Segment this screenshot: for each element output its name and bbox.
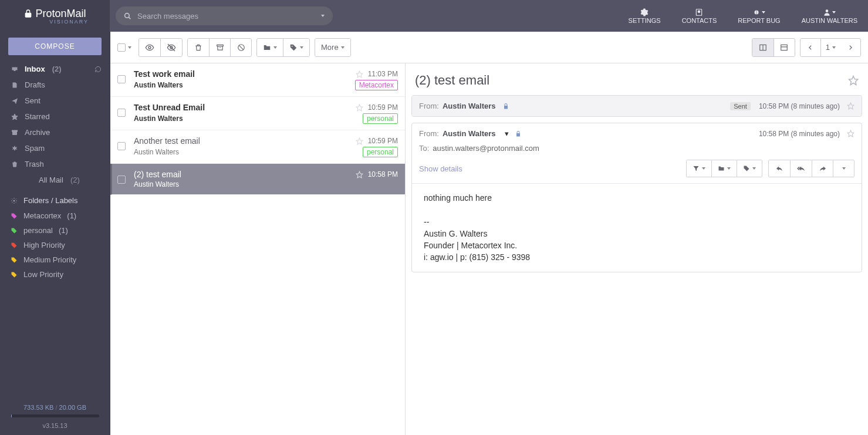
label-item-high-priority[interactable]: High Priority <box>0 238 110 252</box>
row-checkbox[interactable] <box>117 109 126 117</box>
conv-time: 10:58 PM (8 minutes ago) <box>759 130 840 138</box>
forward-button[interactable] <box>812 160 833 177</box>
layout-columns-icon <box>759 43 767 52</box>
delete-button[interactable] <box>188 39 209 56</box>
label-item-personal[interactable]: personal(1) <box>0 223 110 238</box>
add-label-button[interactable] <box>283 39 309 56</box>
sidebar-item-trash[interactable]: Trash <box>0 156 110 172</box>
refresh-icon[interactable] <box>94 66 102 73</box>
label-item-medium-priority[interactable]: Medium Priority <box>0 252 110 267</box>
archive-icon <box>216 43 224 52</box>
allmail-icon <box>25 176 33 184</box>
sidebar-item-sent[interactable]: Sent <box>0 93 110 109</box>
tag-icon <box>743 165 750 172</box>
label-pill: Metacortex <box>355 80 398 90</box>
sidebar-item-starred[interactable]: Starred <box>0 109 110 124</box>
sidebar-item-spam[interactable]: Spam <box>0 140 110 156</box>
page-indicator[interactable]: 1 <box>820 39 840 56</box>
folder-button[interactable] <box>711 160 737 177</box>
folder-label: Sent <box>25 96 40 105</box>
more-actions-button[interactable] <box>833 160 854 177</box>
star-icon[interactable] <box>356 171 363 178</box>
search-input[interactable] <box>137 12 315 21</box>
conv-header[interactable]: From: Austin Walters ▾10:58 PM (8 minute… <box>412 123 862 144</box>
label-item-metacortex[interactable]: Metacortex(1) <box>0 208 110 223</box>
prev-page-button[interactable] <box>801 39 820 56</box>
sidebar-item-allmail[interactable]: All Mail(2) <box>0 172 110 188</box>
row-checkbox[interactable] <box>117 142 126 150</box>
move-to-folder-button[interactable] <box>257 39 283 56</box>
svg-marker-7 <box>12 114 18 120</box>
folders-labels-heading[interactable]: Folders / Labels <box>0 188 110 208</box>
folder-label: Drafts <box>25 80 45 89</box>
sidebar-item-inbox[interactable]: Inbox(2) <box>0 61 110 77</box>
star-icon[interactable] <box>847 102 855 110</box>
star-icon[interactable] <box>356 137 363 145</box>
tag-icon <box>11 213 18 220</box>
chevron-down-icon[interactable] <box>128 46 131 49</box>
mark-unread-button[interactable] <box>160 39 182 56</box>
storage-total: 20.00 GB <box>59 404 86 411</box>
tag-button[interactable] <box>737 160 762 177</box>
reply-icon <box>775 165 783 172</box>
select-all-checkbox[interactable] <box>117 43 126 52</box>
eye-icon <box>145 43 154 52</box>
row-checkbox[interactable] <box>117 176 126 184</box>
message-list[interactable]: Test work email11:03 PMAustin WaltersMet… <box>110 63 406 435</box>
storage-bar <box>11 414 99 417</box>
folder-label: Archive <box>25 128 50 137</box>
message-row[interactable]: Another test email10:59 PMAustin Walters… <box>110 130 405 164</box>
select-all[interactable] <box>117 43 131 52</box>
star-outline-icon[interactable] <box>848 75 859 86</box>
from-label: From: <box>419 129 439 138</box>
header-bar: ProtonMail VISIONARY SETTINGS CONTACTS R… <box>0 0 868 32</box>
message-subject: Test Unread Email <box>134 103 351 112</box>
expand-icon[interactable]: ▾ <box>505 129 509 138</box>
label-pill: personal <box>363 147 398 157</box>
row-checkbox[interactable] <box>117 75 126 83</box>
svg-rect-8 <box>12 130 18 131</box>
folder-label: All Mail <box>39 176 63 184</box>
logo[interactable]: ProtonMail VISIONARY <box>0 0 110 32</box>
label-pill: personal <box>363 113 398 124</box>
filter-icon <box>693 165 700 172</box>
show-details-link[interactable]: Show details <box>419 164 680 173</box>
compose-button[interactable]: COMPOSE <box>8 38 102 55</box>
folder-icon <box>718 165 725 172</box>
sent-icon <box>11 97 19 105</box>
search-dropdown-icon[interactable] <box>321 15 325 17</box>
label-item-low-priority[interactable]: Low Priority <box>0 267 110 282</box>
label-name: Medium Priority <box>23 255 76 264</box>
layout-rows-button[interactable] <box>774 39 795 56</box>
settings-button[interactable]: SETTINGS <box>618 8 671 24</box>
message-row[interactable]: (2) test email10:58 PMAustin Walters <box>110 164 405 195</box>
reply-button[interactable] <box>769 160 790 177</box>
star-icon[interactable] <box>847 130 855 137</box>
mark-read-button[interactable] <box>139 39 160 56</box>
reply-all-button[interactable] <box>790 160 812 177</box>
svg-rect-19 <box>781 45 788 50</box>
next-page-button[interactable] <box>840 39 860 56</box>
conversation-list: From: Austin Walters Sent10:58 PM (8 min… <box>411 95 862 278</box>
star-icon[interactable] <box>356 70 363 78</box>
archive-button[interactable] <box>209 39 230 56</box>
sidebar-item-archive[interactable]: Archive <box>0 124 110 140</box>
report-bug-button[interactable]: REPORT BUG <box>727 8 791 24</box>
message-row[interactable]: Test Unread Email10:59 PMAustin Waltersp… <box>110 97 405 130</box>
message-row[interactable]: Test work email11:03 PMAustin WaltersMet… <box>110 63 405 97</box>
conv-actions: Show details <box>412 157 862 183</box>
sidebar-item-drafts[interactable]: Drafts <box>0 77 110 93</box>
label-name: personal <box>23 226 53 235</box>
conv-header[interactable]: From: Austin Walters Sent10:58 PM (8 min… <box>412 96 862 116</box>
user-menu-button[interactable]: AUSTIN WALTERS <box>791 8 868 24</box>
star-icon[interactable] <box>356 104 363 112</box>
trash-icon <box>11 160 19 168</box>
contacts-button[interactable]: CONTACTS <box>671 8 728 24</box>
spam-button[interactable] <box>230 39 251 56</box>
filter-button[interactable] <box>687 160 711 177</box>
reading-pane: (2) test email From: Austin Walters Sent… <box>406 63 868 435</box>
more-button[interactable]: More <box>315 39 350 56</box>
label-list: Metacortex(1)personal(1)High PriorityMed… <box>0 208 110 282</box>
layout-split-button[interactable] <box>752 39 774 56</box>
reply-group <box>768 160 855 177</box>
